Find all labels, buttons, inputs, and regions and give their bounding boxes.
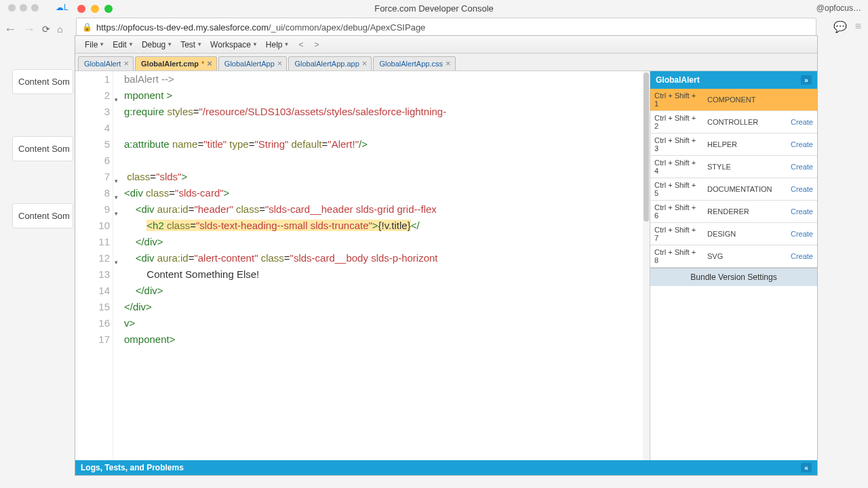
window-title: Force.com Developer Console <box>0 3 868 14</box>
nav-prev[interactable]: < <box>293 40 309 49</box>
close-icon[interactable]: × <box>446 60 451 67</box>
code-editor[interactable]: 12▾34567▾8▾9▾101112▾1314151617 balAlert … <box>75 71 650 460</box>
bundle-sidebar: GlobalAlert » Ctrl + Shift + 1COMPONENTC… <box>650 71 817 460</box>
create-link[interactable]: Create <box>787 245 817 268</box>
bundle-table: Ctrl + Shift + 1COMPONENTCtrl + Shift + … <box>650 89 817 268</box>
menu-debug[interactable]: Debug▼ <box>138 40 176 49</box>
nav-next[interactable]: > <box>309 40 324 49</box>
bottom-panel-bar[interactable]: Logs, Tests, and Problems « <box>75 460 817 475</box>
bundle-row[interactable]: Ctrl + Shift + 7DESIGNCreate <box>650 223 817 245</box>
bg-card: Content Som <box>12 69 73 94</box>
bundle-row[interactable]: Ctrl + Shift + 5DOCUMENTATIONCreate <box>650 178 817 201</box>
line-gutter: 12▾34567▾8▾9▾101112▾1314151617 <box>75 71 113 460</box>
tab-globalalertapp[interactable]: GlobalAlertApp× <box>218 56 288 70</box>
bg-card: Content Som <box>12 203 73 228</box>
create-link[interactable]: Create <box>787 134 817 156</box>
url-path: /_ui/common/apex/debug/ApexCSIPage <box>269 22 425 33</box>
code-content[interactable]: balAlert -->mponent >g:require styles="/… <box>113 71 650 460</box>
background-cards: Content Som Content Som Content Som <box>12 69 73 270</box>
menu-edit[interactable]: Edit▼ <box>108 40 138 49</box>
create-link[interactable]: Create <box>787 223 817 245</box>
create-link[interactable]: Create <box>787 111 817 134</box>
lock-icon: 🔒 <box>82 22 92 32</box>
maximize-window-icon[interactable] <box>104 5 113 13</box>
expand-icon[interactable]: « <box>801 463 812 472</box>
browser-tab-right[interactable]: @opfocus… <box>816 3 861 13</box>
close-window-icon[interactable] <box>77 5 85 13</box>
url-host: https://opfocus-ts-dev-ed.my.salesforce.… <box>96 22 269 33</box>
bundle-row[interactable]: Ctrl + Shift + 2CONTROLLERCreate <box>650 111 817 134</box>
tab-globalalert-cmp[interactable]: GlobalAlert.cmp *× <box>135 56 217 70</box>
menu-help[interactable]: Help▼ <box>262 40 294 49</box>
address-bar[interactable]: 🔒 https://opfocus-ts-dev-ed.my.salesforc… <box>76 18 816 37</box>
window-traffic-lights[interactable] <box>77 5 113 13</box>
close-icon[interactable]: × <box>123 60 129 67</box>
back-button[interactable]: ← <box>4 22 16 37</box>
create-link[interactable]: Create <box>787 201 817 223</box>
dirty-indicator: * <box>201 60 204 68</box>
minimize-window-icon[interactable] <box>91 5 99 13</box>
fold-icon[interactable]: ▾ <box>115 254 118 270</box>
browser-right-icons: 💬 ≡ <box>833 20 861 33</box>
fold-icon[interactable]: ▾ <box>115 205 118 222</box>
forward-button[interactable]: → <box>23 22 35 37</box>
collapse-icon[interactable]: » <box>801 75 812 85</box>
fold-icon[interactable]: ▾ <box>115 189 118 205</box>
developer-console: File▼ Edit▼ Debug▼ Test▼ Workspace▼ Help… <box>75 35 818 476</box>
scroll-thumb[interactable] <box>644 73 649 222</box>
bundle-row[interactable]: Ctrl + Shift + 8SVGCreate <box>650 245 817 268</box>
reload-button[interactable]: ⟳ <box>42 24 50 35</box>
scrollbar-vertical[interactable] <box>643 71 650 460</box>
file-tabs: GlobalAlert× GlobalAlert.cmp *× GlobalAl… <box>75 54 817 71</box>
bundle-row[interactable]: Ctrl + Shift + 1COMPONENT <box>650 89 817 111</box>
close-icon[interactable]: × <box>362 60 368 67</box>
sidebar-title: GlobalAlert <box>656 75 700 85</box>
bg-card: Content Som <box>12 136 73 161</box>
close-icon[interactable]: × <box>207 60 212 67</box>
create-link <box>787 89 817 111</box>
fold-icon[interactable]: ▾ <box>115 173 118 189</box>
tab-globalalertapp-css[interactable]: GlobalAlertApp.css× <box>373 56 455 70</box>
bundle-row[interactable]: Ctrl + Shift + 6RENDERERCreate <box>650 201 817 223</box>
tab-globalalert[interactable]: GlobalAlert× <box>78 56 134 70</box>
sidebar-header: GlobalAlert » <box>650 71 817 89</box>
menu-file[interactable]: File▼ <box>81 40 108 49</box>
menu-icon[interactable]: ≡ <box>855 20 861 33</box>
home-button[interactable]: ⌂ <box>57 24 62 35</box>
fold-icon[interactable]: ▾ <box>115 92 118 108</box>
menu-workspace[interactable]: Workspace▼ <box>206 40 262 49</box>
chat-icon[interactable]: 💬 <box>833 20 847 33</box>
close-icon[interactable]: × <box>277 60 283 67</box>
create-link[interactable]: Create <box>787 178 817 201</box>
bottom-label: Logs, Tests, and Problems <box>81 463 184 472</box>
tab-globalalertapp-app[interactable]: GlobalAlertApp.app× <box>288 56 372 70</box>
menu-test[interactable]: Test▼ <box>176 40 206 49</box>
menubar: File▼ Edit▼ Debug▼ Test▼ Workspace▼ Help… <box>75 36 817 54</box>
bundle-row[interactable]: Ctrl + Shift + 4STYLECreate <box>650 156 817 178</box>
create-link[interactable]: Create <box>787 156 817 178</box>
bundle-version-settings[interactable]: Bundle Version Settings <box>650 268 817 286</box>
bundle-row[interactable]: Ctrl + Shift + 3HELPERCreate <box>650 134 817 156</box>
